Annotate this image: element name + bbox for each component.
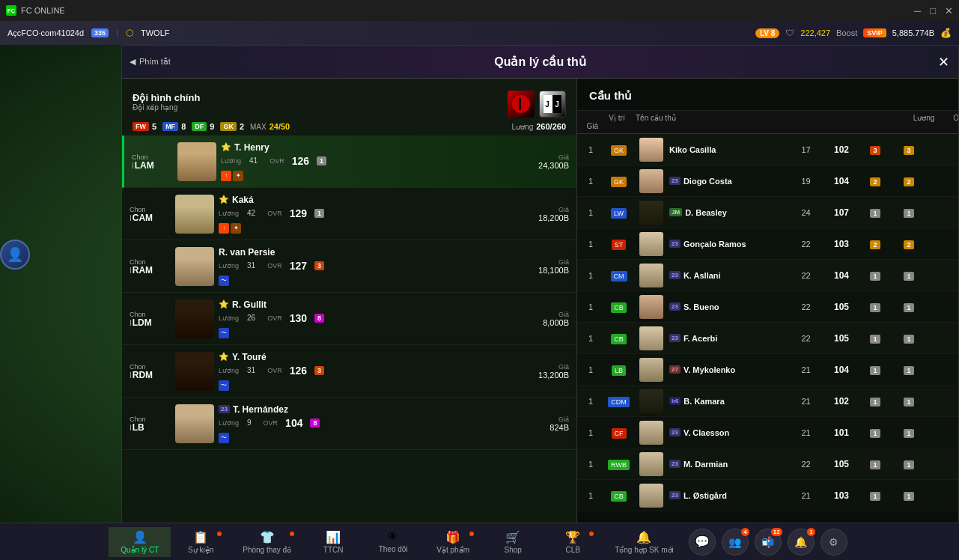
td-khoa: 2: [890, 177, 928, 186]
the-badge: 8: [310, 419, 320, 427]
td-num: 1: [583, 334, 598, 343]
table-row[interactable]: 1 ST 23 Gonçalo Ramos 22 103 2 2 567M: [577, 228, 958, 260]
chat-icon: 💬: [695, 535, 710, 549]
td-name: 23 M. Darmian: [669, 460, 789, 469]
td-ovr: 104: [823, 270, 860, 281]
td-avatar: [639, 389, 669, 413]
boost-wave-icon: 〜: [219, 380, 229, 391]
list-item[interactable]: Chon I RAM R. van Persie: [122, 240, 576, 293]
nav-item-ttcn[interactable]: 📊 TTCN: [303, 527, 363, 557]
nav-item-clb[interactable]: 🏆 CLB: [543, 527, 603, 557]
app-title: FC ONLINE: [21, 6, 65, 15]
notification-button-1[interactable]: 👥 4: [722, 529, 749, 556]
th-ovr: OVR: [943, 114, 958, 122]
td-ovr: 104: [823, 365, 860, 375]
td-avatar: [639, 326, 669, 350]
td-salary: 22: [789, 271, 823, 280]
td-name: 23 F. Acerbi: [669, 334, 789, 343]
position-col: Chon I LB: [130, 416, 171, 432]
td-pos: CDM: [598, 397, 639, 406]
list-item[interactable]: Chon I CAM ⭐ Kaká: [122, 188, 576, 240]
nav-label-tong-hop: Tổng hợp SK mới: [615, 546, 674, 554]
list-item[interactable]: Chon I LDM ⭐ R. Gullit: [122, 293, 576, 345]
nav-item-tong-hop[interactable]: 🔔 Tổng hợp SK mới: [603, 527, 686, 557]
the-badge: 3: [314, 261, 324, 270]
price-col: Giá 824B: [524, 416, 569, 432]
star-icon: ⭐: [219, 299, 229, 309]
settings-button[interactable]: ⚙: [821, 529, 847, 556]
window-controls: ─ □ ✕: [914, 5, 953, 16]
list-item[interactable]: Chon I RDM ⭐ Y. Touré: [122, 345, 576, 398]
td-salary: 21: [789, 428, 823, 437]
player-name: Kaká: [232, 195, 254, 205]
nav-item-theo-doi[interactable]: 👁 Theo dõi: [363, 527, 423, 556]
th-gia: Giá: [583, 122, 598, 130]
maximize-button[interactable]: □: [930, 5, 936, 16]
td-pos: ST: [598, 240, 639, 249]
nav-item-phong-thay-do[interactable]: 👕 Phòng thay đồ: [231, 527, 303, 557]
star-icon: ⭐: [219, 352, 229, 362]
player-name: R. Gullit: [232, 299, 267, 310]
star-icon: ⭐: [221, 142, 231, 152]
player-info: 23 T. Hernández Lương 9 OVR 104 8 〜: [219, 404, 520, 443]
td-khoa: 1: [890, 460, 928, 469]
td-avatar: [639, 264, 669, 287]
td-ovr: 103: [823, 239, 860, 249]
table-row[interactable]: 1 LB 27 V. Mykolenko 21 104 1 1 442M: [577, 354, 958, 386]
table-row[interactable]: 1 CM 23 K. Asllani 22 104 1 1 455M: [577, 260, 958, 291]
td-khoa: 1: [890, 397, 928, 406]
notification-button-3[interactable]: 🔔 1: [788, 529, 815, 556]
salary-label: Lương: [512, 123, 534, 131]
th-name: Tên cầu thủ: [636, 114, 755, 122]
nav-dot-clb: [589, 532, 594, 536]
td-name: 23 K. Asllani: [669, 271, 789, 280]
account-badge: 335: [91, 28, 109, 37]
back-button[interactable]: ◀ Phím tắt: [130, 57, 171, 67]
table-row[interactable]: 1 GK 23 Diogo Costa 19 104 2 2 622M: [577, 165, 958, 197]
table-row[interactable]: 1 GK Kiko Casilla 17 102 3 3 747M: [577, 134, 958, 165]
notif-count-3: 1: [807, 528, 815, 536]
table-header: Vị trí Tên cầu thủ Lương OVR Thẻ Khóa Gi…: [577, 111, 958, 134]
nav-item-shop[interactable]: 🛒 Shop: [483, 527, 543, 557]
td-khoa: 1: [890, 208, 928, 217]
table-row[interactable]: 1 CB 23 S. Bueno 22 105 1 1 453M: [577, 291, 958, 323]
player-name: T. Hernández: [233, 404, 288, 415]
player-price: 13,200B: [524, 371, 569, 380]
boost-icons: ↑ ✦: [219, 223, 520, 234]
notification-button-2[interactable]: 📬 12: [755, 529, 782, 556]
table-row[interactable]: 1 CDM b6 B. Kamara 21 102 1 1 435M: [577, 386, 958, 417]
svip-badge: SVIP: [863, 28, 886, 37]
team-title: Đội hình chính: [133, 92, 200, 103]
table-row[interactable]: 1 CF 23 V. Claesson 21 101 1 1 425M: [577, 417, 958, 448]
boost-wave-icon: 〜: [219, 276, 229, 286]
table-row[interactable]: 1 CB 23 F. Acerbi 22 105 1 1 452M: [577, 323, 958, 354]
nav-label-ttcn: TTCN: [323, 546, 344, 554]
table-row[interactable]: 1 RWB 23 M. Darmian 22 105 1 1 420M: [577, 448, 958, 480]
list-item[interactable]: Chon I LB 23 T. Hernández: [122, 398, 576, 450]
td-avatar: [639, 169, 669, 193]
table-row[interactable]: 1 CB 23 L. Østigård 21 103 1 1 415M: [577, 480, 958, 511]
nav-item-su-kien[interactable]: 📋 Sự kiện: [171, 527, 231, 557]
td-name: JM D. Beasley: [669, 208, 789, 217]
shortcut-label: Phím tắt: [139, 57, 171, 67]
close-window-button[interactable]: ✕: [945, 5, 953, 16]
title-bar: FC FC ONLINE ─ □ ✕: [0, 0, 959, 21]
td-khoa: 1: [890, 428, 928, 437]
ovr-value: 127: [290, 260, 307, 272]
nav-item-vat-pham[interactable]: 🎁 Vật phẩm: [423, 527, 483, 557]
side-panel-button[interactable]: 👤: [0, 240, 30, 270]
td-name: 23 Gonçalo Ramos: [669, 240, 789, 249]
chat-button[interactable]: 💬: [689, 529, 716, 556]
table-row[interactable]: 1 LW JM D. Beasley 24 107 1 1 599M: [577, 197, 958, 228]
player-name: R. van Persie: [219, 247, 275, 258]
player-avatar: [177, 142, 216, 181]
player-price: 18,100B: [524, 266, 569, 275]
boost-wave-icon: 〜: [219, 328, 229, 338]
modal-close-button[interactable]: ✕: [938, 54, 949, 70]
td-ovr: 102: [823, 144, 860, 155]
nav-label-vat-pham: Vật phẩm: [436, 546, 469, 554]
list-item[interactable]: Chon I LAM ⭐ T. Henry: [122, 136, 576, 188]
nav-icon-ttcn: 📊: [326, 530, 341, 544]
nav-item-quan-ly-ct[interactable]: 👤 Quản lý CT: [109, 527, 171, 557]
minimize-button[interactable]: ─: [914, 5, 921, 16]
